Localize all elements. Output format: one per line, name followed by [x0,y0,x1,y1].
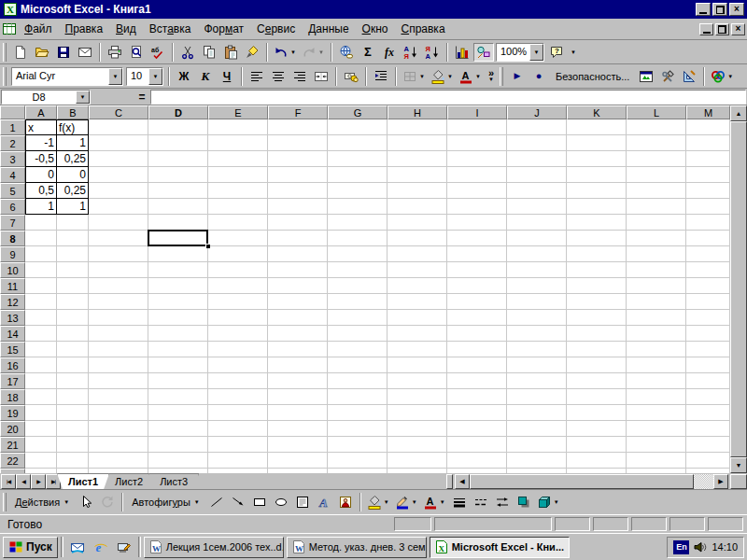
cell-D16[interactable] [148,357,208,373]
cell-A4[interactable]: 0 [25,167,57,183]
cell-J18[interactable] [507,389,567,405]
cell-G6[interactable] [328,199,388,215]
zoom-combo[interactable]: 100%▼ [496,43,544,62]
cell-H14[interactable] [388,326,447,342]
cell-M3[interactable] [686,151,730,167]
cell-G4[interactable] [328,167,388,183]
cell-H23[interactable] [388,469,447,473]
row-header-16[interactable]: 16 [0,357,25,373]
cell-E19[interactable] [208,405,268,421]
cell-J17[interactable] [507,373,567,389]
cell-C6[interactable] [89,199,148,215]
cell-K22[interactable] [567,453,627,469]
cell-C5[interactable] [89,183,148,199]
cell-E9[interactable] [208,246,268,262]
cell-F12[interactable] [268,294,328,310]
edit-formula-button[interactable]: = [134,90,150,104]
cell-B11[interactable] [57,278,89,294]
cell-M22[interactable] [686,453,730,469]
cell-C1[interactable] [89,119,148,135]
cell-K14[interactable] [567,326,627,342]
cell-H15[interactable] [388,342,447,357]
cell-A21[interactable] [25,437,57,453]
cell-B15[interactable] [57,342,89,357]
workbook-restore-button[interactable] [715,23,729,35]
cell-J1[interactable] [507,119,567,135]
menu-item-tools[interactable]: Сервис [250,21,302,37]
cell-C10[interactable] [89,262,148,278]
cell-G10[interactable] [328,262,388,278]
cell-F14[interactable] [268,326,328,342]
borders-button[interactable]: ▼ [401,67,428,86]
cell-E20[interactable] [208,421,268,437]
cell-M17[interactable] [686,373,730,389]
cell-B16[interactable] [57,357,89,373]
formula-input[interactable] [150,90,746,105]
cell-I3[interactable] [447,151,507,167]
cell-F1[interactable] [268,119,328,135]
open-button[interactable] [32,43,52,62]
cell-E10[interactable] [208,262,268,278]
cell-L2[interactable] [627,135,686,151]
cell-G14[interactable] [328,326,388,342]
name-box-dropdown[interactable]: ▼ [76,91,90,104]
row-header-19[interactable]: 19 [0,405,25,421]
cell-D19[interactable] [148,405,208,421]
cell-I9[interactable] [447,246,507,262]
cell-L5[interactable] [627,183,686,199]
cell-C4[interactable] [89,167,148,183]
cell-B10[interactable] [57,262,89,278]
cell-B3[interactable]: 0,25 [57,151,89,167]
column-header-I[interactable]: I [447,105,507,119]
cell-F13[interactable] [268,310,328,326]
cell-J7[interactable] [507,215,567,231]
cell-F21[interactable] [268,437,328,453]
cell-J11[interactable] [507,278,567,294]
cell-L7[interactable] [627,215,686,231]
cell-E16[interactable] [208,357,268,373]
cell-I23[interactable] [447,469,507,473]
column-header-H[interactable]: H [388,105,447,119]
task-excel[interactable]: XMicrosoft Excel - Кни... [430,537,570,558]
cell-J6[interactable] [507,199,567,215]
cell-I22[interactable] [447,453,507,469]
speaker-icon[interactable] [693,539,708,554]
cell-A15[interactable] [25,342,57,357]
cell-M1[interactable] [686,119,730,135]
align-center-button[interactable] [268,67,289,86]
cell-L17[interactable] [627,373,686,389]
cell-M18[interactable] [686,389,730,405]
cell-A22[interactable] [25,453,57,469]
cell-C19[interactable] [89,405,148,421]
cell-L20[interactable] [627,421,686,437]
cell-H4[interactable] [388,167,447,183]
cell-A20[interactable] [25,421,57,437]
cell-J22[interactable] [507,453,567,469]
cell-H12[interactable] [388,294,447,310]
cell-M13[interactable] [686,310,730,326]
cell-I18[interactable] [447,389,507,405]
column-header-C[interactable]: C [89,105,148,119]
arrow-style-button[interactable] [492,493,513,511]
cell-D17[interactable] [148,373,208,389]
cell-K16[interactable] [567,357,627,373]
row-header-11[interactable]: 11 [0,278,25,294]
autoshapes-button[interactable]: Автофигуры▼ [127,493,205,511]
cell-D18[interactable] [148,389,208,405]
undo-button[interactable]: ▼ [272,43,299,62]
cell-D15[interactable] [148,342,208,357]
column-header-M[interactable]: M [686,105,730,119]
cell-J15[interactable] [507,342,567,357]
wordart-button[interactable]: AA [314,493,334,511]
toolbar-gripper[interactable] [3,43,7,62]
cell-D10[interactable] [148,262,208,278]
row-header-2[interactable]: 2 [0,135,25,151]
cell-M19[interactable] [686,405,730,421]
toolbar-gripper[interactable] [500,67,503,86]
line-style-button[interactable] [449,493,470,511]
cell-J4[interactable] [507,167,567,183]
align-right-button[interactable] [289,67,310,86]
sheet-tab-sheet2[interactable]: Лист2 [104,473,154,489]
cell-J23[interactable] [507,469,567,473]
cell-C17[interactable] [89,373,148,389]
